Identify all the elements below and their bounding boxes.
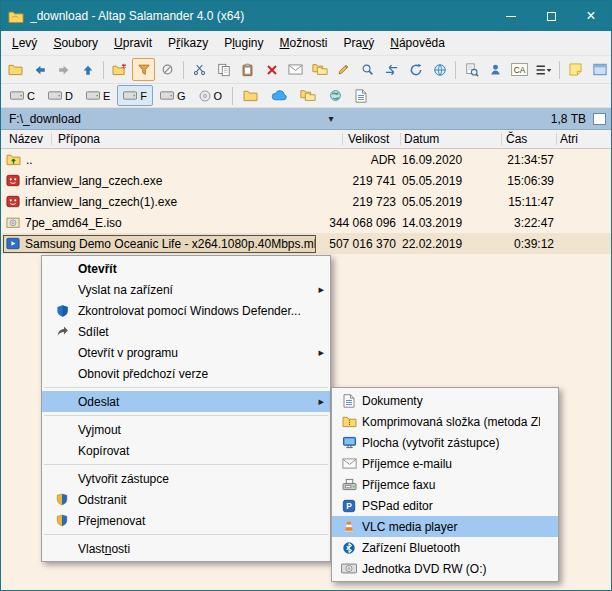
path-dropdown-icon[interactable]: ▾ — [323, 113, 339, 124]
menu-item-send-to-dvd[interactable]: Jednotka DVD RW (O:) — [332, 558, 558, 579]
menubar-item-levý[interactable]: Levý — [4, 31, 45, 55]
cdrom-icon — [199, 90, 211, 102]
column-header-atri[interactable]: Atri — [560, 132, 578, 146]
menu-item-send-to-zip[interactable]: Komprimovaná složka (metoda ZIP) — [332, 411, 558, 432]
doc-icon — [355, 89, 367, 103]
file-time: 0:39:12 — [492, 237, 554, 251]
create-directory-button[interactable] — [4, 58, 27, 81]
file-size: 507 016 370 — [316, 237, 396, 251]
column-header-bar: NázevPříponaVelikostDatumČasAtri — [1, 130, 611, 149]
close-button[interactable]: × — [571, 1, 611, 31]
file-name-cell: irfanview_lang_czech.exe — [1, 172, 316, 190]
menu-separator — [44, 464, 328, 465]
menu-item-scan-with-defender[interactable]: Zkontrolovat pomocí Windows Defender... — [42, 300, 330, 321]
file-name: 7pe_amd64_E.iso — [25, 216, 122, 230]
copy-button[interactable] — [212, 58, 235, 81]
toolbar-separator — [183, 61, 184, 79]
title-bar[interactable]: _download - Altap Salamander 4.0 (x64) × — [1, 1, 611, 31]
menubar-item-pluginy[interactable]: Pluginy — [216, 31, 271, 55]
drive-button-d[interactable]: D — [42, 85, 79, 106]
menu-item-cast-to-device[interactable]: Vyslat na zařízení▸ — [42, 279, 330, 300]
network-button[interactable] — [428, 58, 451, 81]
filter-button[interactable] — [132, 58, 155, 81]
menubar-item-možnosti[interactable]: Možnosti — [272, 31, 336, 55]
delete-button[interactable] — [260, 58, 283, 81]
zoom-panel-button[interactable] — [588, 58, 611, 81]
menubar-item-příkazy[interactable]: Příkazy — [160, 31, 216, 55]
menu-item-open[interactable]: Otevřít — [42, 258, 330, 279]
directory-line[interactable]: F:\_download ▾ — [1, 108, 339, 129]
menu-item-send-to-vlc[interactable]: VLC media player — [332, 516, 558, 537]
magnifier-doc-icon — [465, 63, 479, 77]
column-separator — [400, 133, 401, 145]
drive-button-g[interactable]: G — [154, 85, 192, 106]
file-row[interactable]: irfanview_lang_czech(1).exe219 72305.05.… — [1, 191, 611, 212]
network-globe-icon — [329, 89, 342, 102]
swap-panels-button[interactable] — [380, 58, 403, 81]
refresh-button[interactable] — [404, 58, 427, 81]
menu-item-share[interactable]: Sdílet — [42, 321, 330, 342]
column-separator — [342, 133, 343, 145]
menu-item-delete[interactable]: Odstranit — [42, 489, 330, 510]
menu-item-create-shortcut[interactable]: Vytvořit zástupce — [42, 468, 330, 489]
clear-filter-button[interactable] — [156, 58, 179, 81]
menubar-item-nápověda[interactable]: Nápověda — [382, 31, 453, 55]
column-header-přípona[interactable]: Přípona — [58, 132, 100, 146]
menu-item-send-to[interactable]: Odeslat▸ — [42, 391, 330, 412]
column-header-datum[interactable]: Datum — [404, 132, 439, 146]
file-row[interactable]: Samsung Demo Oceanic Life - x264.1080p.4… — [1, 233, 611, 254]
view-button[interactable] — [356, 58, 379, 81]
parent-directory-button[interactable] — [76, 58, 99, 81]
menubar-item-pravý[interactable]: Pravý — [336, 31, 383, 55]
file-date: 22.02.2019 — [396, 237, 492, 251]
column-header-čas[interactable]: Čas — [506, 132, 527, 146]
hdd-icon — [160, 91, 174, 100]
find-button[interactable] — [460, 58, 483, 81]
email-button[interactable] — [284, 58, 307, 81]
documents-folder-button[interactable] — [237, 85, 264, 106]
user-menu-button[interactable] — [532, 58, 555, 81]
file-row[interactable]: ..ADR16.09.202021:34:57 — [1, 149, 611, 170]
edit-button[interactable] — [332, 58, 355, 81]
minimize-button[interactable] — [491, 1, 531, 31]
copy-directory-button[interactable] — [308, 58, 331, 81]
menu-item-rename[interactable]: Přejmenovat — [42, 510, 330, 531]
menu-item-open-with[interactable]: Otevřít v programu▸ — [42, 342, 330, 363]
archive-button[interactable] — [294, 85, 322, 106]
shared-docs-button[interactable] — [349, 85, 373, 106]
menu-item-restore-previous-versions[interactable]: Obnovit předchozí verze — [42, 363, 330, 384]
menubar-item-upravit[interactable]: Upravit — [106, 31, 160, 55]
menu-item-send-to-pspad[interactable]: PPSPad editor — [332, 495, 558, 516]
cut-button[interactable] — [188, 58, 211, 81]
menu-item-send-to-desktop[interactable]: Plocha (vytvořit zástupce) — [332, 432, 558, 453]
column-header-velikost[interactable]: Velikost — [348, 132, 389, 146]
note-button[interactable] — [564, 58, 587, 81]
panel-toggle-icon[interactable] — [593, 113, 606, 125]
drive-button-o[interactable]: O — [193, 85, 229, 106]
menu-item-label: Plocha (vytvořit zástupce) — [362, 436, 540, 450]
menu-item-send-to-mail[interactable]: Příjemce e-mailu — [332, 453, 558, 474]
change-case-button[interactable]: CA — [508, 58, 531, 81]
user-account-button[interactable] — [484, 58, 507, 81]
window-title: _download - Altap Salamander 4.0 (x64) — [30, 9, 491, 23]
paste-button[interactable] — [236, 58, 259, 81]
menu-item-send-to-bluetooth[interactable]: Zařízení Bluetooth — [332, 537, 558, 558]
drive-button-c[interactable]: C — [4, 85, 41, 106]
menu-item-properties[interactable]: Vlastnosti — [42, 538, 330, 559]
hot-paths-button[interactable] — [108, 58, 131, 81]
column-header-název[interactable]: Název — [9, 132, 43, 146]
drive-button-f[interactable]: F — [117, 85, 153, 106]
back-button[interactable] — [28, 58, 51, 81]
cloud-button[interactable] — [265, 85, 293, 106]
menu-item-copy[interactable]: Kopírovat — [42, 440, 330, 461]
menubar-item-soubory[interactable]: Soubory — [45, 31, 106, 55]
file-row[interactable]: irfanview_lang_czech.exe219 74105.05.201… — [1, 170, 611, 191]
drive-button-e[interactable]: E — [80, 85, 116, 106]
menu-item-cut[interactable]: Vyjmout — [42, 419, 330, 440]
file-row[interactable]: 7pe_amd64_E.iso344 068 09614.03.20193:22… — [1, 212, 611, 233]
maximize-button[interactable] — [531, 1, 571, 31]
menu-item-send-to-documents[interactable]: Dokumenty — [332, 390, 558, 411]
forward-button[interactable] — [52, 58, 75, 81]
network-places-button[interactable] — [323, 85, 348, 106]
menu-item-send-to-fax[interactable]: Příjemce faxu — [332, 474, 558, 495]
